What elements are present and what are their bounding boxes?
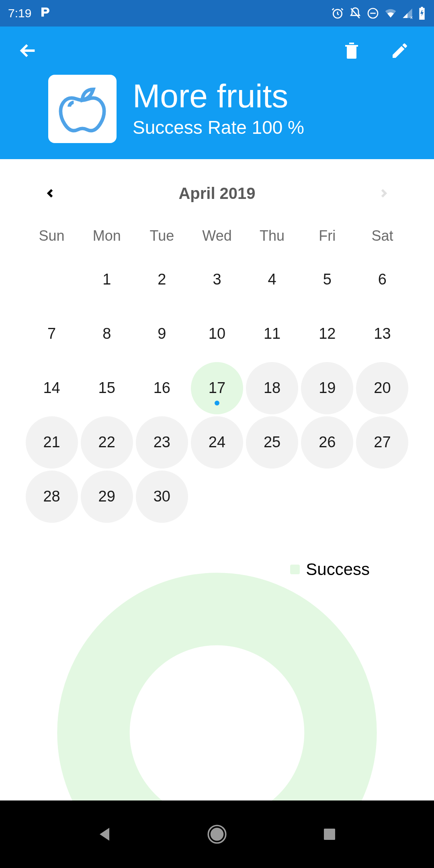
day-number: 10: [209, 325, 225, 342]
calendar-day[interactable]: 12: [300, 307, 355, 361]
pandora-icon: [39, 6, 51, 21]
apple-icon: [56, 83, 108, 135]
back-button[interactable]: [16, 39, 40, 63]
calendar-day[interactable]: 9: [134, 307, 189, 361]
day-number: 17: [209, 379, 225, 397]
dnd-icon: [366, 7, 379, 20]
svg-point-3: [94, 609, 341, 801]
day-number: 14: [43, 379, 60, 397]
weekday: Sat: [355, 227, 410, 244]
calendar-day[interactable]: 19: [300, 361, 355, 415]
calendar-day[interactable]: 30: [134, 469, 189, 524]
calendar-day[interactable]: 14: [24, 361, 79, 415]
day-number: 13: [374, 325, 391, 342]
battery-icon: [418, 7, 426, 20]
calendar-day[interactable]: 17: [189, 361, 244, 415]
calendar-day[interactable]: 18: [245, 361, 300, 415]
day-number: 22: [98, 434, 115, 451]
weekday: Mon: [79, 227, 134, 244]
nav-recent-button[interactable]: [313, 818, 346, 850]
calendar-day[interactable]: 21: [24, 415, 79, 469]
calendar-day[interactable]: 4: [245, 252, 300, 307]
calendar-day[interactable]: 22: [79, 415, 134, 469]
wifi-icon: [384, 7, 397, 20]
calendar-day[interactable]: 26: [300, 415, 355, 469]
svg-text:x: x: [410, 14, 413, 19]
prev-month-button[interactable]: [40, 183, 60, 203]
weekday-row: Sun Mon Tue Wed Thu Fri Sat: [24, 219, 410, 252]
calendar-day[interactable]: 11: [245, 307, 300, 361]
day-number: 15: [98, 379, 115, 397]
calendar-day[interactable]: 15: [79, 361, 134, 415]
delete-button[interactable]: [342, 41, 362, 61]
weekday: Thu: [245, 227, 300, 244]
day-number: 27: [374, 434, 391, 451]
calendar-day[interactable]: 10: [189, 307, 244, 361]
calendar-day[interactable]: 13: [355, 307, 410, 361]
day-number: 5: [323, 271, 332, 288]
day-number: 26: [319, 434, 336, 451]
day-number: 24: [209, 434, 225, 451]
calendar-day[interactable]: 16: [134, 361, 189, 415]
alarm-icon: [331, 7, 344, 20]
day-number: 4: [268, 271, 276, 288]
weekday: Sun: [24, 227, 79, 244]
day-number: 21: [43, 434, 60, 451]
day-number: 28: [43, 488, 60, 505]
habit-subtitle: Success Rate 100 %: [133, 117, 304, 138]
header: More fruits Success Rate 100 %: [0, 27, 434, 159]
day-number: 16: [154, 379, 170, 397]
calendar-day[interactable]: 28: [24, 469, 79, 524]
calendar-day[interactable]: 27: [355, 415, 410, 469]
day-number: 29: [98, 488, 115, 505]
mute-icon: [349, 7, 362, 20]
status-time: 7:19: [8, 6, 31, 20]
next-month-button[interactable]: [374, 183, 394, 203]
weekday: Fri: [300, 227, 355, 244]
day-number: 11: [264, 325, 280, 342]
day-number: 7: [47, 325, 56, 342]
day-number: 12: [319, 325, 336, 342]
calendar-day[interactable]: 29: [79, 469, 134, 524]
nav-back-button[interactable]: [88, 818, 121, 850]
calendar-day[interactable]: 7: [24, 307, 79, 361]
day-number: 3: [213, 271, 221, 288]
svg-point-5: [211, 829, 223, 840]
chart-area: Success: [24, 560, 410, 801]
edit-button[interactable]: [390, 41, 410, 61]
day-number: 1: [102, 271, 111, 288]
calendar-day[interactable]: 2: [134, 252, 189, 307]
day-number: 6: [378, 271, 387, 288]
calendar-day[interactable]: 20: [355, 361, 410, 415]
svg-rect-6: [324, 829, 335, 840]
calendar-day[interactable]: 8: [79, 307, 134, 361]
calendar-day[interactable]: 3: [189, 252, 244, 307]
day-number: 25: [264, 434, 280, 451]
habit-avatar: [48, 75, 117, 143]
system-nav-bar: [0, 800, 434, 868]
month-label: April 2019: [178, 184, 255, 203]
day-number: 20: [374, 379, 391, 397]
day-number: 19: [319, 379, 336, 397]
calendar-day[interactable]: 23: [134, 415, 189, 469]
calendar-day[interactable]: 1: [79, 252, 134, 307]
nav-home-button[interactable]: [201, 818, 233, 850]
day-number: 18: [264, 379, 280, 397]
weekday: Wed: [189, 227, 244, 244]
status-bar: 7:19 x: [0, 0, 434, 27]
day-number: 23: [154, 434, 170, 451]
main-content: April 2019 Sun Mon Tue Wed Thu Fri Sat 1…: [0, 159, 434, 801]
calendar-day[interactable]: 5: [300, 252, 355, 307]
success-donut-chart: [52, 568, 382, 801]
signal-icon: x: [402, 8, 413, 19]
today-indicator: [215, 401, 219, 405]
calendar-day[interactable]: 6: [355, 252, 410, 307]
calendar-day[interactable]: 24: [189, 415, 244, 469]
habit-title: More fruits: [133, 80, 304, 113]
calendar-grid: 1234567891011121314151617181920212223242…: [24, 252, 410, 524]
day-number: 2: [158, 271, 166, 288]
day-number: 8: [102, 325, 111, 342]
calendar-day[interactable]: 25: [245, 415, 300, 469]
day-number: 9: [158, 325, 166, 342]
weekday: Tue: [134, 227, 189, 244]
